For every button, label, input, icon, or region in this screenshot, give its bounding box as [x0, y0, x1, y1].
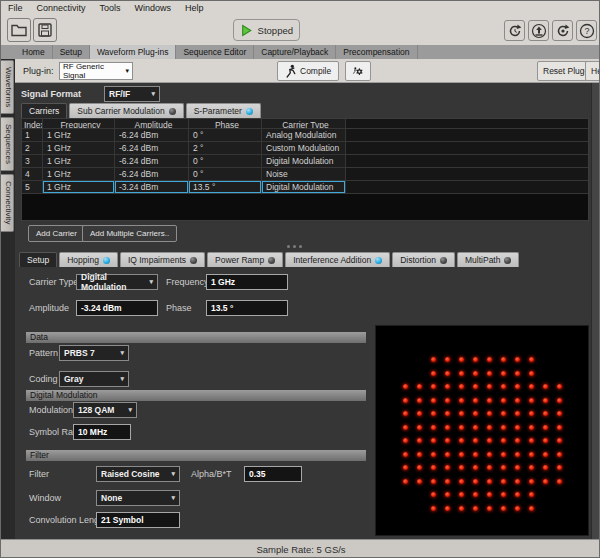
column-header-index[interactable]: Index: [22, 119, 43, 129]
column-header-amplitude[interactable]: Amplitude: [115, 119, 189, 129]
pattern-select[interactable]: PRBS 7▾: [59, 345, 129, 361]
tab-sequence-editor[interactable]: Sequence Editor: [176, 45, 254, 59]
setup-tab-multipath[interactable]: MultiPath: [457, 252, 519, 267]
filter-select[interactable]: Raised Cosine▾: [96, 466, 180, 482]
tab-capture-playback[interactable]: Capture/Playback: [254, 45, 336, 59]
constellation-point: [515, 384, 520, 389]
setup-tab-hopping[interactable]: Hopping: [59, 252, 118, 267]
constellation-point: [515, 357, 520, 362]
side-tab-connectivity[interactable]: Connectivity: [1, 174, 14, 232]
cell[interactable]: -6.24 dBm: [115, 142, 189, 155]
signal-format-select[interactable]: RF/IF▾: [104, 86, 160, 102]
add-multiple-carriers-button[interactable]: Add Multiple Carriers..: [82, 225, 177, 242]
cell[interactable]: Custom Modulation: [262, 142, 346, 155]
cell[interactable]: 0 °: [189, 168, 262, 181]
convolution-length-input[interactable]: [96, 512, 180, 528]
tab-setup[interactable]: Setup: [53, 45, 90, 59]
cell[interactable]: 1 GHz: [43, 142, 115, 155]
menu-file[interactable]: File: [1, 1, 30, 16]
cell[interactable]: Digital Modulation: [262, 181, 346, 194]
constellation-point: [515, 425, 520, 430]
setup-tab-power-ramp[interactable]: Power Ramp: [207, 252, 283, 267]
side-tab-sequences[interactable]: Sequences: [1, 117, 14, 171]
alpha-input[interactable]: [244, 466, 302, 482]
table-row[interactable]: 11 GHz-6.24 dBm0 °Analog Modulation: [22, 129, 588, 142]
cell[interactable]: 1 GHz: [43, 129, 115, 142]
constellation-point: [543, 411, 548, 416]
cell[interactable]: 4: [22, 168, 43, 181]
carrier-tab-carriers[interactable]: Carriers: [21, 103, 67, 118]
cell[interactable]: -6.24 dBm: [115, 155, 189, 168]
cell[interactable]: 2: [22, 142, 43, 155]
run-state-button[interactable]: Stopped: [233, 19, 300, 41]
refresh-button[interactable]: [552, 20, 573, 41]
constellation-point: [445, 506, 450, 511]
amplitude-input[interactable]: [76, 300, 158, 316]
column-header-phase[interactable]: Phase: [189, 119, 262, 129]
tab-home[interactable]: Home: [15, 45, 53, 59]
splitter-handle[interactable]: [287, 245, 302, 248]
cell[interactable]: -6.24 dBm: [115, 168, 189, 181]
coding-select[interactable]: Gray▾: [59, 371, 129, 387]
column-header-frequency[interactable]: Frequency: [43, 119, 115, 129]
cell[interactable]: 0 °: [189, 129, 262, 142]
tab-precompensation[interactable]: Precompensation: [336, 45, 417, 59]
constellation-point: [515, 438, 520, 443]
cell[interactable]: 1: [22, 129, 43, 142]
modulation-select[interactable]: 128 QAM▾: [73, 402, 137, 418]
menu-tools[interactable]: Tools: [93, 1, 128, 16]
constellation-point: [473, 411, 478, 416]
cell[interactable]: -6.24 dBm: [115, 129, 189, 142]
compile-button[interactable]: Compile: [277, 61, 339, 81]
cell[interactable]: 0 °: [189, 155, 262, 168]
window-select[interactable]: None▾: [96, 490, 180, 506]
cell[interactable]: 1 GHz: [43, 181, 115, 194]
cell[interactable]: Analog Modulation: [262, 129, 346, 142]
save-button[interactable]: [33, 18, 57, 42]
upload-button[interactable]: [528, 20, 549, 41]
carrier-tab-s-parameter[interactable]: S-Parameter: [186, 103, 261, 118]
setup-tab-setup[interactable]: Setup: [19, 252, 57, 267]
column-header-carrier-type[interactable]: Carrier Type: [262, 119, 346, 129]
table-row[interactable]: 31 GHz-6.24 dBm0 °Digital Modulation: [22, 155, 588, 168]
setup-tab-distortion[interactable]: Distortion: [392, 252, 455, 267]
cell[interactable]: 13.5 °: [189, 181, 262, 194]
tab-waveform-plug-ins[interactable]: Waveform Plug-ins: [90, 45, 176, 59]
symbol-rate-input[interactable]: [73, 424, 131, 440]
constellation-point: [445, 438, 450, 443]
table-row[interactable]: 51 GHz-3.24 dBm13.5 °Digital Modulation: [22, 181, 588, 194]
setup-tab-interference-addition[interactable]: Interference Addition: [285, 252, 390, 267]
menu-connectivity[interactable]: Connectivity: [30, 1, 93, 16]
cell[interactable]: -3.24 dBm: [115, 181, 189, 194]
cell[interactable]: 2 °: [189, 142, 262, 155]
table-row[interactable]: 41 GHz-6.24 dBm0 °Noise: [22, 168, 588, 181]
cell[interactable]: 3: [22, 155, 43, 168]
cell[interactable]: Noise: [262, 168, 346, 181]
cell[interactable]: 1 GHz: [43, 168, 115, 181]
carrier-type-select[interactable]: Digital Modulation▾: [76, 274, 158, 290]
compile-settings-button[interactable]: [345, 61, 371, 81]
vertical-scrollbar[interactable]: [591, 83, 600, 539]
menu-help[interactable]: Help: [178, 1, 211, 16]
frequency-label: Frequency: [166, 274, 209, 290]
restore-button[interactable]: [504, 20, 525, 41]
blue-status-badge: [375, 257, 382, 264]
help-menu-button[interactable]: Help ▾: [585, 61, 600, 81]
side-tab-waveforms[interactable]: Waveforms: [1, 60, 14, 114]
setup-tab-iq-impairments[interactable]: IQ Impairments: [120, 252, 205, 267]
phase-input[interactable]: [206, 300, 288, 316]
cell[interactable]: 1 GHz: [43, 155, 115, 168]
constellation-point: [529, 479, 534, 484]
add-carrier-button[interactable]: Add Carrier: [28, 225, 85, 242]
carrier-tab-sub-carrier-modulation[interactable]: Sub Carrier Modulation: [69, 103, 183, 118]
open-file-button[interactable]: [7, 18, 31, 42]
table-row[interactable]: 21 GHz-6.24 dBm2 °Custom Modulation: [22, 142, 588, 155]
cell[interactable]: 5: [22, 181, 43, 194]
plugin-select[interactable]: RF Generic Signal ▾: [59, 62, 133, 80]
cell[interactable]: Digital Modulation: [262, 155, 346, 168]
frequency-input[interactable]: [206, 274, 288, 290]
constellation-point: [459, 425, 464, 430]
convolution-length-label: Convolution Length: [29, 512, 107, 528]
menu-windows[interactable]: Windows: [128, 1, 179, 16]
help-icon-button[interactable]: ?: [576, 20, 597, 41]
